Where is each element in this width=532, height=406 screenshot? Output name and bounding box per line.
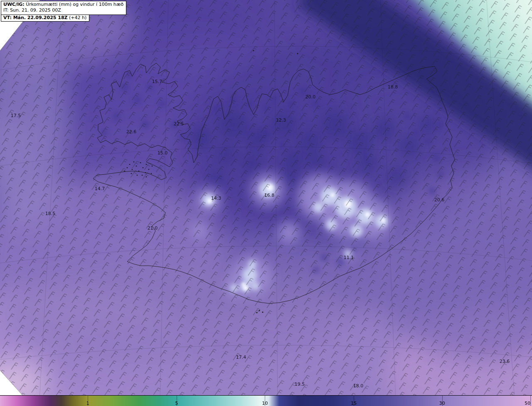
product-title: Úrkomumætti (mm) og vindur í 100m hæð	[25, 2, 124, 7]
product-code: UWC/IG:	[3, 2, 25, 7]
colorbar-tick-label: 10	[262, 401, 268, 406]
valid-time: VT: Mán. 22.09.2025 18Z	[3, 15, 68, 20]
colorbar-tick-label: 15	[351, 401, 357, 406]
weather-map-canvas	[0, 0, 532, 395]
colorbar-ticks: 1510153050	[0, 396, 532, 406]
product-title-line: UWC/IG: Úrkomumætti (mm) og vindur í 100…	[3, 2, 123, 7]
valid-time-line: VT: Mán. 22.09.2025 18Z (+42 h)	[1, 15, 89, 22]
colorbar-tick-label: 1	[86, 401, 89, 406]
wind-barbs-layer	[0, 0, 532, 395]
colorbar-tick-label: 50	[525, 401, 530, 406]
weather-map-page: 17.515.718.820.012.322.522.615.014.714.3…	[0, 0, 532, 406]
colorbar-tick-mark	[530, 396, 531, 406]
colorbar-tick-label: 30	[439, 401, 445, 406]
colorbar-tick-label: 5	[175, 401, 178, 406]
colorbar: 1510153050	[0, 395, 532, 406]
init-time-line: IT: Sun. 21. 09. 2025 00Z	[3, 7, 123, 13]
info-box: UWC/IG: Úrkomumætti (mm) og vindur í 100…	[1, 1, 126, 22]
valid-time-offset: (+42 h)	[68, 15, 87, 20]
